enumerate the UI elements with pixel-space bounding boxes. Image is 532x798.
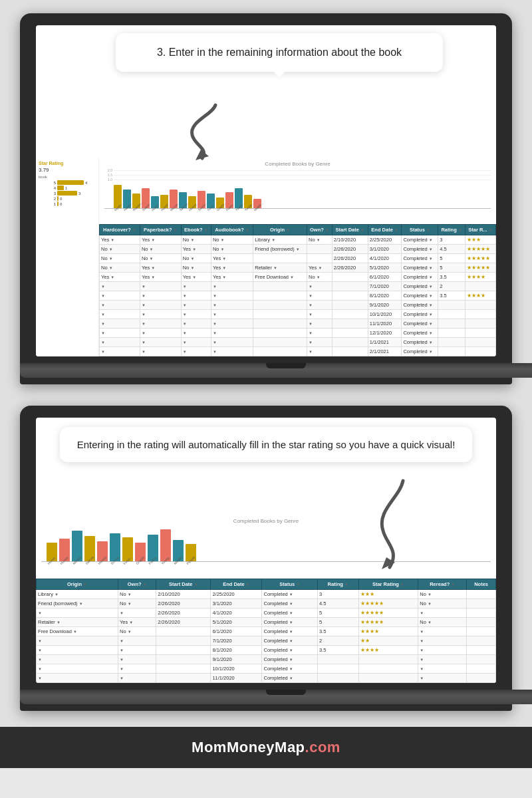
laptop-2-notch xyxy=(266,690,306,695)
table-row: Yes ▼ Yes ▼ Yes ▼ Yes ▼ Free Download ▼ … xyxy=(100,273,496,282)
sidebar-bar-3: 3 3 xyxy=(39,191,96,196)
spreadsheet-top: Star Rating 3.79 book 5 4 4 1 xyxy=(36,158,496,356)
laptop-1-base xyxy=(20,363,532,378)
table-row: Yes ▼ Yes ▼ No ▼ No ▼ Library ▼ No ▼ 2/1… xyxy=(100,235,496,245)
laptop-1: 3. Enter in the remaining information ab… xyxy=(20,13,512,384)
table-row: ▼ ▼ 7/1/2020 Completed ▼ 2 ★★ ▼ xyxy=(37,636,496,646)
th2-star-rating: Star Rating ▼ xyxy=(358,579,418,590)
th-end-date: End Date ▼ xyxy=(368,225,402,235)
table-row: Friend (borrowed) ▼ No ▼ 2/26/2020 3/1/2… xyxy=(37,599,496,608)
data-table-2: Origin ▼ Own? ▼ Start Date ▼ End Date ▼ … xyxy=(36,579,496,683)
th-star-rating: Star R... ▼ xyxy=(465,225,495,235)
chart-labels-2: Horror Humor Memoi... Self He... History… xyxy=(41,563,491,576)
th2-own: Own? ▼ xyxy=(118,579,156,590)
sidebar-book-label: book xyxy=(39,175,96,179)
table-row: ▼ ▼ ▼ ▼ ▼ 1/1/2021 Completed ▼ xyxy=(100,338,496,347)
chart-title-1: Completed Books by Genre xyxy=(104,161,491,167)
chart-bars-1 xyxy=(104,182,491,209)
th-paperback: Paperback? ▼ xyxy=(140,225,181,235)
sidebar-title: Star Rating xyxy=(39,161,96,166)
sidebar-bar-4: 4 1 xyxy=(39,186,96,190)
table-row: Library ▼ No ▼ 2/10/2020 2/25/2020 Compl… xyxy=(37,590,496,599)
table-row: ▼ ▼ 11/1/2020 Completed ▼ ▼ xyxy=(37,674,496,683)
laptop-1-notch xyxy=(266,363,306,368)
sidebar-bar-5: 5 4 xyxy=(39,180,96,185)
chart-labels-1: Myste... Histori... Roman... Scienc... H… xyxy=(104,209,491,221)
table-row: No ▼ No ▼ No ▼ Yes ▼ 2/26/2020 4/1/2020 … xyxy=(100,254,496,263)
footer: MomMoneyMap.com xyxy=(0,727,532,768)
table-row: ▼ ▼ ▼ ▼ ▼ 8/1/2020 Completed ▼ 3.5 xyxy=(100,291,496,301)
table-row: ▼ ▼ ▼ ▼ ▼ 11/1/2020 Completed ▼ xyxy=(100,319,496,329)
table-row: ▼ ▼ 8/1/2020 Completed ▼ 3.5 ★★★★ ▼ xyxy=(37,646,496,655)
th-ebook: Ebook? ▼ xyxy=(181,225,211,235)
chart-1: Completed Books by Genre 2.0 1.5 1.0 xyxy=(99,158,496,224)
table-body-2: Library ▼ No ▼ 2/10/2020 2/25/2020 Compl… xyxy=(37,590,496,683)
sidebar-rating: Star Rating 3.79 book 5 4 4 1 xyxy=(36,158,99,356)
table-row: ▼ ▼ ▼ ▼ ▼ 7/1/2020 Completed ▼ 2 xyxy=(100,282,496,291)
table-row: No ▼ Yes ▼ No ▼ Yes ▼ Retailer ▼ Yes ▼ 2… xyxy=(100,263,496,273)
sidebar-value: 3.79 xyxy=(39,167,96,173)
table-container-1: Hardcover? ▼ Paperback? ▼ Ebook? ▼ Audio… xyxy=(99,224,496,356)
table-row: ▼ ▼ 9/1/2020 Completed ▼ ▼ xyxy=(37,655,496,664)
th-own: Own? ▼ xyxy=(307,225,332,235)
sidebar-bar-1: 1 0 xyxy=(39,201,96,206)
table-row: ▼ ▼ 10/1/2020 Completed ▼ ▼ xyxy=(37,664,496,674)
th-audiobook: Audiobook? ▼ xyxy=(211,225,253,235)
th2-status: Status ▼ xyxy=(262,579,317,590)
footer-text: MomMoneyMap.com xyxy=(0,739,532,756)
table-row: Retailer ▼ Yes ▼ 2/26/2020 5/1/2020 Comp… xyxy=(37,618,496,627)
th2-end: End Date ▼ xyxy=(211,579,262,590)
laptop-1-screen: 3. Enter in the remaining information ab… xyxy=(36,25,496,356)
page-wrapper: 3. Enter in the remaining information ab… xyxy=(0,0,532,768)
table-container-2: Origin ▼ Own? ▼ Start Date ▼ End Date ▼ … xyxy=(36,579,496,683)
table-row: ▼ ▼ ▼ ▼ ▼ 2/1/2021 Completed ▼ xyxy=(100,347,496,356)
laptop-2: Entering in the rating will automaticall… xyxy=(20,406,512,711)
arrow-1 xyxy=(176,102,229,162)
instruction-bubble-2: Entering in the rating will automaticall… xyxy=(60,427,472,462)
main-content-1: Completed Books by Genre 2.0 1.5 1.0 xyxy=(99,158,496,356)
th-origin: Origin ▼ xyxy=(253,225,307,235)
th2-start: Start Date ▼ xyxy=(156,579,211,590)
table-header-row-1: Hardcover? ▼ Paperback? ▼ Ebook? ▼ Audio… xyxy=(100,225,496,235)
sidebar-bar-2: 2 0 xyxy=(39,196,96,201)
th-status: Status ▼ xyxy=(402,225,438,235)
data-table-1: Hardcover? ▼ Paperback? ▼ Ebook? ▼ Audio… xyxy=(99,224,496,356)
table-row: ▼ ▼ ▼ ▼ ▼ 10/1/2020 Completed ▼ xyxy=(100,310,496,319)
laptop-2-screen: Entering in the rating will automaticall… xyxy=(36,418,496,683)
table-body-1: Yes ▼ Yes ▼ No ▼ No ▼ Library ▼ No ▼ 2/1… xyxy=(100,235,496,356)
table-row: ▼ ▼ 2/26/2020 4/1/2020 Completed ▼ 5 ★★★… xyxy=(37,608,496,618)
chart-bars-2 xyxy=(41,525,491,562)
chart-title-2: Completed Books by Genre xyxy=(41,518,491,524)
th2-reread: Reread? ▼ xyxy=(418,579,467,590)
table-header-row-2: Origin ▼ Own? ▼ Start Date ▼ End Date ▼ … xyxy=(37,579,496,590)
table-row: ▼ ▼ ▼ ▼ ▼ 12/1/2020 Completed ▼ xyxy=(100,329,496,338)
th-rating: Rating ▼ xyxy=(438,225,466,235)
table-row: No ▼ No ▼ Yes ▼ No ▼ Friend (borrowed) ▼… xyxy=(100,245,496,254)
instruction-bubble-1: 3. Enter in the remaining information ab… xyxy=(116,33,443,72)
chart-2: Completed Books by Genre Horror xyxy=(36,515,496,579)
th2-origin: Origin ▼ xyxy=(37,579,118,590)
th2-notes: Notes xyxy=(467,579,496,590)
th-hardcover: Hardcover? ▼ xyxy=(100,225,140,235)
table-row: Free Download ▼ No ▼ 6/1/2020 Completed … xyxy=(37,627,496,636)
th-start-date: Start Date ▼ xyxy=(332,225,368,235)
th2-rating: Rating ▼ xyxy=(317,579,358,590)
table-row: ▼ ▼ ▼ ▼ ▼ 9/1/2020 Completed ▼ xyxy=(100,301,496,310)
laptop-2-base xyxy=(20,690,532,704)
